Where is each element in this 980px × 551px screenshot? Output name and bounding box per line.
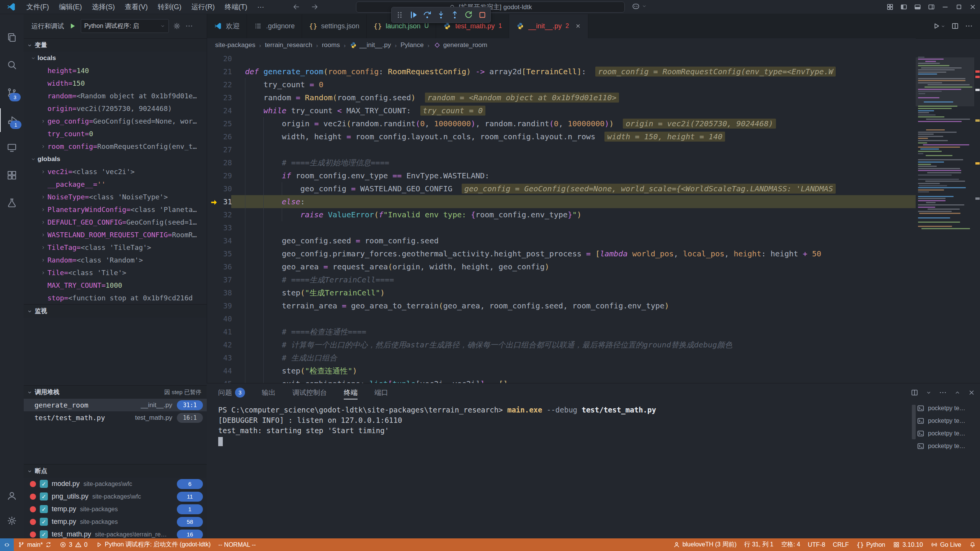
variable-row[interactable]: room_config = RoomRequestConfig(env_t… <box>24 140 207 153</box>
menu-item-T[interactable]: 终端(T) <box>220 0 252 14</box>
copilot-menu[interactable] <box>631 1 647 11</box>
variable-row[interactable]: MAX_TRY_COUNT = 1000 <box>24 279 207 292</box>
editor-more-actions-icon[interactable] <box>965 22 973 30</box>
code-line-33[interactable]: 33 <box>207 221 916 234</box>
menu-item-E[interactable]: 编辑(E) <box>54 0 87 14</box>
twisty-icon[interactable] <box>39 258 47 263</box>
code-line-36[interactable]: 36 geo_area = request_area(origin, width… <box>207 260 916 273</box>
breadcrumb-item[interactable]: terrain_research <box>265 41 312 49</box>
restart-button[interactable] <box>462 9 475 21</box>
panel-dropdown-icon[interactable] <box>926 390 932 396</box>
activity-item-settings[interactable] <box>0 509 24 533</box>
toggle-sidebar-icon[interactable] <box>898 1 910 13</box>
variable-row[interactable]: height = 140 <box>24 64 207 77</box>
run-python-file-button[interactable] <box>932 22 946 30</box>
variables-section-header[interactable]: 变量 <box>24 38 207 52</box>
split-terminal-icon[interactable] <box>910 388 919 397</box>
twisty-icon[interactable] <box>39 232 47 238</box>
panel-tab-调试控制台[interactable]: 调试控制台 <box>292 383 327 402</box>
code-line-34[interactable]: 34 geo_config.seed = room_config.seed <box>207 234 916 247</box>
activity-item-explorer[interactable] <box>0 26 24 49</box>
code-line-43[interactable]: 43 # 生成出口组合 <box>207 351 916 364</box>
variable-row[interactable]: geo_config = GeoConfig(seed=None, wor… <box>24 115 207 127</box>
tab-__init__.py[interactable]: __init__.py2 <box>509 14 588 38</box>
menu-item-V[interactable]: 查看(V) <box>120 0 153 14</box>
stack-frame[interactable]: test/test_math.pytest_math.py16:1 <box>24 411 207 424</box>
code-line-44[interactable]: 44 step("检查连通性") <box>207 364 916 377</box>
code-line-26[interactable]: 26 width, height = room_config.layout.n_… <box>207 130 916 143</box>
panel-tab-输出[interactable]: 输出 <box>262 383 276 402</box>
terminal-output[interactable]: PS C:\computer_science\godot-ldtk\site-p… <box>218 405 911 538</box>
code-line-37[interactable]: 37 # ====生成TerrainCell==== <box>207 273 916 286</box>
panel-tab-问题[interactable]: 问题3 <box>218 383 245 402</box>
twisty-icon[interactable] <box>39 207 47 212</box>
window-close-icon[interactable] <box>967 1 978 13</box>
code-line-22[interactable]: 22 try_count = 0 <box>207 78 916 91</box>
breakpoint-row[interactable]: ✓temp.pysite-packages58 <box>24 515 207 528</box>
status-item-Python[interactable]: {}Python <box>853 538 889 551</box>
remote-indicator[interactable] <box>0 538 14 551</box>
activity-item-search[interactable] <box>0 53 24 77</box>
window-minimize-icon[interactable] <box>939 1 951 13</box>
code-line-20[interactable]: 20 <box>207 52 916 65</box>
stop-button[interactable] <box>476 9 489 21</box>
code-line-31[interactable]: 31 else: <box>207 195 916 208</box>
gear-icon[interactable] <box>173 22 181 30</box>
variable-row[interactable]: NoiseType = <class 'NoiseType'> <box>24 191 207 203</box>
activity-item-extensions[interactable] <box>0 163 24 187</box>
start-debug-button[interactable] <box>68 21 77 31</box>
code-line-42[interactable]: 42 # 计算每一个出口的中心，然后使用astar生成路径，确保每一个出口组合都… <box>207 338 916 351</box>
activity-item-account[interactable] <box>0 484 24 507</box>
twisty-icon[interactable] <box>39 119 47 124</box>
terminal-list-item[interactable]: pocketpy te… <box>914 402 980 414</box>
variable-row[interactable]: random = <Random object at 0x1bf9d01e… <box>24 90 207 102</box>
variable-row[interactable]: WASTELAND_ROOM_REQUEST_CONFIG = RoomR… <box>24 228 207 241</box>
step-into-button[interactable] <box>434 9 448 21</box>
twisty-icon[interactable] <box>39 144 47 149</box>
variable-row[interactable]: stop = <function stop at 0x1bf9cd216d <box>24 292 207 304</box>
variable-row[interactable]: PlanetaryWindConfig = <class 'Planeta… <box>24 203 207 216</box>
activity-item-remote-explorer[interactable] <box>0 136 24 160</box>
menu-item-F[interactable]: 文件(F) <box>21 0 54 14</box>
twisty-icon[interactable] <box>39 270 47 276</box>
variable-row[interactable]: vec2i = <class 'vec2i'> <box>24 165 207 178</box>
code-line-25[interactable]: 25 origin = vec2i(random.randint(0, 1000… <box>207 117 916 130</box>
twisty-icon[interactable] <box>39 194 47 200</box>
breakpoint-checkbox[interactable]: ✓ <box>40 505 48 513</box>
breakpoint-checkbox[interactable]: ✓ <box>40 480 48 488</box>
stack-frame[interactable]: generate_room__init__.py31:1 <box>24 399 207 411</box>
twisty-icon[interactable] <box>39 220 47 225</box>
debug-config-select[interactable]: Python 调试程序: 启 <box>81 19 169 33</box>
maximize-panel-icon[interactable] <box>954 389 961 396</box>
breakpoint-checkbox[interactable]: ✓ <box>40 518 48 526</box>
panel-tab-终端[interactable]: 终端 <box>344 383 358 402</box>
menu-item-R[interactable]: 运行(R) <box>186 0 220 14</box>
status-item-main[interactable]: main* <box>14 538 56 551</box>
status-item-31010[interactable]: 3.10.10 <box>889 538 926 551</box>
breadcrumb-item[interactable]: __init__.py <box>350 41 391 49</box>
toggle-panel-icon[interactable] <box>912 1 923 13</box>
breadcrumb-item[interactable]: Pylance <box>400 41 423 49</box>
tab-settings.json[interactable]: {}settings.json <box>302 14 367 38</box>
breakpoints-section-header[interactable]: 断点 <box>24 464 207 478</box>
code-line-38[interactable]: 38 step("生成TerrainCell") <box>207 286 916 299</box>
breadcrumb-item[interactable]: generate_room <box>433 41 487 49</box>
variable-row[interactable]: globals <box>24 153 207 165</box>
panel-more-actions-icon[interactable] <box>939 388 947 397</box>
split-editor-icon[interactable] <box>951 22 959 30</box>
activity-item-source-control[interactable]: 3 <box>0 81 24 104</box>
variable-row[interactable]: try_count = 0 <box>24 127 207 140</box>
breadcrumb-item[interactable]: site-packages <box>215 41 255 49</box>
breakpoint-row[interactable]: ✓png_utils.pysite-packages\wfc11 <box>24 490 207 503</box>
breadcrumb-item[interactable]: rooms <box>322 41 340 49</box>
breakpoint-row[interactable]: ✓model.pysite-packages\wfc6 <box>24 478 207 490</box>
breadcrumb[interactable]: site-packages›terrain_research›rooms›__i… <box>207 38 916 52</box>
twisty-icon[interactable] <box>39 245 47 250</box>
code-line-41[interactable]: 41 # ====检查连通性==== <box>207 325 916 338</box>
tab-[interactable]: 欢迎 <box>207 14 247 38</box>
status-item-CRLF[interactable]: CRLF <box>829 538 853 551</box>
breakpoint-checkbox[interactable]: ✓ <box>40 530 48 538</box>
breakpoint-checkbox[interactable]: ✓ <box>40 492 48 500</box>
code-line-30[interactable]: 30 geo_config = WASTELAND_GEO_CONFIGgeo_… <box>207 182 916 195</box>
twisty-icon[interactable] <box>29 156 38 162</box>
